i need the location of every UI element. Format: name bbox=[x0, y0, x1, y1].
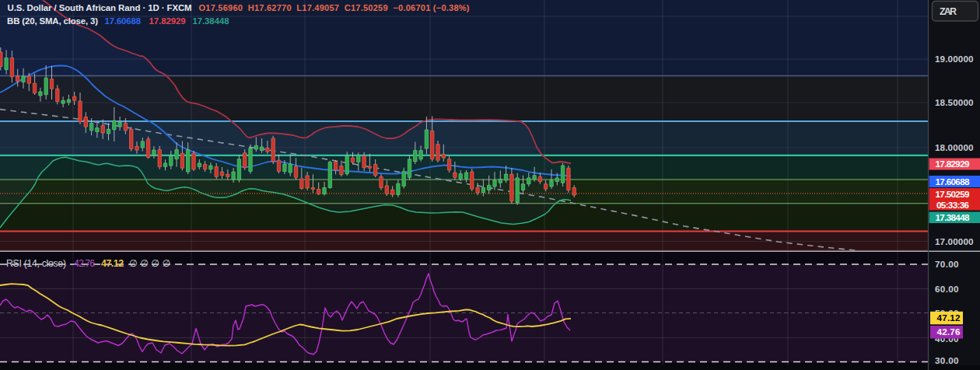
svg-text:17.38448: 17.38448 bbox=[193, 16, 229, 26]
svg-text:17.60688: 17.60688 bbox=[936, 176, 970, 187]
svg-text:RSI (14, close): RSI (14, close) bbox=[6, 258, 66, 269]
svg-text:17.60688: 17.60688 bbox=[105, 16, 142, 26]
svg-text:∅ ∅ ∅ ∅: ∅ ∅ ∅ ∅ bbox=[129, 258, 170, 269]
svg-text:42.76: 42.76 bbox=[74, 258, 95, 269]
svg-text:19.00000: 19.00000 bbox=[935, 54, 974, 64]
svg-text:17.00000: 17.00000 bbox=[935, 236, 974, 246]
svg-text:60.00: 60.00 bbox=[935, 284, 959, 294]
svg-text:ZAR: ZAR bbox=[940, 6, 957, 17]
svg-text:05:33:36: 05:33:36 bbox=[936, 200, 969, 210]
svg-text:30.00: 30.00 bbox=[935, 355, 959, 365]
svg-text:18.50000: 18.50000 bbox=[935, 97, 974, 107]
svg-text:47.12: 47.12 bbox=[937, 312, 961, 323]
svg-text:BB (20, SMA, close, 3): BB (20, SMA, close, 3) bbox=[7, 16, 98, 26]
svg-text:O17.56960 H17.62770 L17.4905: O17.56960 H17.62770 L17.49057 C17.50259 … bbox=[199, 3, 470, 12]
svg-text:17.38448: 17.38448 bbox=[936, 212, 970, 222]
svg-text:42.76: 42.76 bbox=[937, 326, 961, 337]
svg-text:17.82929: 17.82929 bbox=[936, 159, 970, 169]
svg-text:70.00: 70.00 bbox=[935, 259, 959, 269]
svg-text:U.S. Dollar / South African Ra: U.S. Dollar / South African Rand · 1D · … bbox=[8, 3, 192, 12]
svg-text:18.00000: 18.00000 bbox=[935, 142, 974, 152]
svg-text:17.50259: 17.50259 bbox=[936, 189, 970, 199]
svg-text:17.82929: 17.82929 bbox=[149, 16, 186, 26]
svg-text:47.12: 47.12 bbox=[101, 258, 124, 269]
